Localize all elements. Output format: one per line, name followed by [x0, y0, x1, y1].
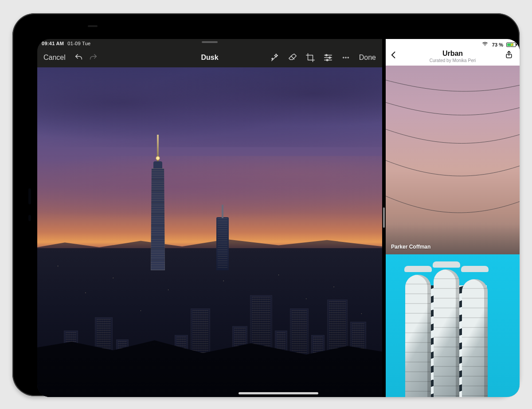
gallery-feed[interactable]: Parker Coffman [386, 66, 520, 397]
split-view-divider[interactable] [382, 39, 386, 397]
eraser-icon[interactable] [287, 52, 298, 63]
side-button [28, 188, 31, 204]
done-button[interactable]: Done [359, 54, 376, 62]
more-icon[interactable] [340, 52, 351, 63]
multitask-pill[interactable] [202, 41, 218, 43]
adjustments-icon[interactable] [323, 52, 333, 63]
gallery-navbar: Urban Curated by Monika Peri [386, 47, 520, 66]
canvas-tower [216, 217, 229, 270]
ipad-frame: 09:41 AM 01-09 Tue Cancel Dusk [12, 13, 520, 396]
cancel-button[interactable]: Cancel [43, 54, 66, 62]
magic-wand-icon[interactable] [270, 52, 280, 63]
photo-content [386, 66, 520, 254]
svg-point-4 [345, 57, 346, 58]
mic-hole [28, 215, 31, 221]
photo-content [403, 269, 512, 397]
svg-point-3 [343, 57, 344, 58]
gallery-title: Urban [430, 50, 476, 58]
redo-icon[interactable] [88, 52, 98, 63]
back-button[interactable] [389, 51, 401, 62]
status-bar-left: 09:41 AM 01-09 Tue [37, 39, 382, 48]
photo-card[interactable]: Parker Coffman [386, 66, 520, 254]
home-indicator[interactable] [239, 392, 318, 394]
document-title: Dusk [201, 54, 218, 62]
photo-credit: Parker Coffman [391, 244, 430, 250]
editor-canvas[interactable] [37, 67, 382, 397]
gallery-subtitle: Curated by Monika Peri [430, 58, 476, 63]
canvas-main-tower [145, 155, 170, 270]
share-button[interactable] [505, 50, 516, 61]
screen: 09:41 AM 01-09 Tue Cancel Dusk [37, 39, 520, 397]
svg-point-6 [485, 46, 485, 46]
status-bar-right: 73 % ⚡ [386, 39, 520, 48]
crop-icon[interactable] [305, 52, 316, 63]
gallery-pane: 73 % ⚡ Urban Curated by Monika Peri [386, 39, 520, 397]
editor-toolbar: Cancel Dusk [37, 49, 382, 66]
svg-point-5 [348, 57, 348, 58]
undo-icon[interactable] [74, 52, 84, 63]
speaker-slot [88, 25, 98, 27]
status-date: 01-09 Tue [67, 41, 90, 46]
photo-card[interactable] [386, 254, 520, 397]
split-handle-icon[interactable] [383, 207, 385, 228]
canvas-city [37, 248, 382, 397]
battery-icon: ⚡ [506, 43, 516, 47]
editor-pane: 09:41 AM 01-09 Tue Cancel Dusk [37, 39, 382, 397]
status-time: 09:41 AM [42, 41, 64, 46]
